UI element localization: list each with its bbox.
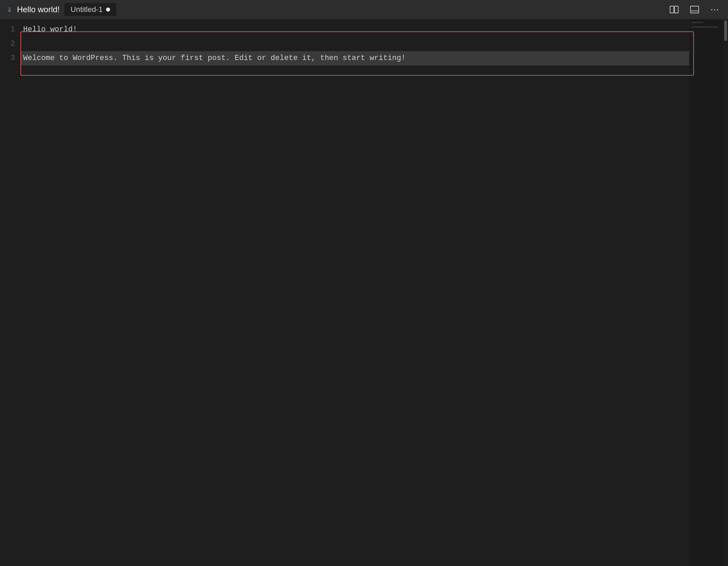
svg-rect-2 [691,6,699,13]
tab-unsaved-dot [106,8,110,12]
editor-container: 1 Hello world! 2 3 Welcome to WordPress.… [0,19,728,566]
app-icon: ⇓ [7,5,12,14]
minimap [689,19,723,566]
titlebar: ⇓ Hello world! Untitled-1 ⋯ [0,0,728,19]
split-editor-icon [669,5,679,14]
code-area: 1 Hello world! 2 3 Welcome to WordPress.… [0,19,728,69]
scrollbar[interactable] [723,19,728,566]
code-line-2: 2 [0,37,728,51]
split-editor-button[interactable] [668,3,680,16]
minimap-line [691,26,718,28]
line-number-1: 1 [0,23,20,37]
svg-rect-0 [670,6,674,13]
app-title: Hello world! [17,5,60,14]
titlebar-right: ⋯ [668,3,721,16]
code-line-3: 3 Welcome to WordPress. This is your fir… [0,51,728,65]
svg-rect-1 [674,6,678,13]
more-actions-icon: ⋯ [710,4,720,15]
line-content-1: Hello world! [20,23,728,37]
more-actions-button[interactable]: ⋯ [709,3,721,16]
minimap-line [691,22,703,23]
code-line-1: 1 Hello world! [0,23,728,37]
toggle-panel-button[interactable] [688,3,701,16]
line-number-2: 2 [0,37,20,51]
minimap-gap [691,24,721,25]
line-number-3: 3 [0,51,20,65]
line-content-3: Welcome to WordPress. This is your first… [20,51,728,65]
editor-tab[interactable]: Untitled-1 [64,3,116,16]
scrollbar-thumb[interactable] [724,20,727,41]
toggle-panel-icon [690,5,699,14]
minimap-content [689,19,723,31]
titlebar-left: ⇓ Hello world! Untitled-1 [7,3,116,16]
editor-main[interactable]: 1 Hello world! 2 3 Welcome to WordPress.… [0,19,728,566]
line-content-2 [20,37,728,51]
tab-label: Untitled-1 [71,5,103,14]
